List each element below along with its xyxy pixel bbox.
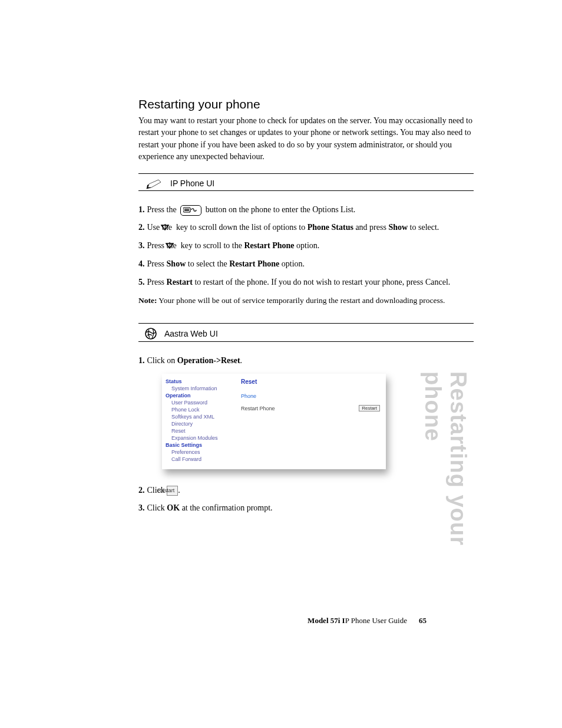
globe-icon bbox=[144, 327, 157, 340]
ip-phone-ui-label: IP Phone UI bbox=[170, 179, 214, 188]
note-text: Your phone will be out of service tempor… bbox=[157, 296, 445, 305]
footer-page-number: 65 bbox=[419, 616, 427, 625]
step-3: 3.Press the key to scroll to the Restart… bbox=[138, 240, 474, 252]
step-1: 1.Press the button on the phone to enter… bbox=[138, 204, 474, 216]
sidebar-header-operation: Operation bbox=[166, 393, 235, 398]
text: option. bbox=[279, 259, 305, 268]
text-bold: Show bbox=[167, 259, 186, 268]
screenshot-subtitle: Phone bbox=[241, 393, 380, 399]
text-bold: Show bbox=[388, 223, 408, 232]
footer-guide: P Phone User Guide bbox=[345, 616, 407, 625]
restart-phone-label: Restart Phone bbox=[241, 406, 275, 411]
web-step-1: 1.Click on Operation->Reset. bbox=[138, 355, 474, 367]
sidebar-header-basic-settings: Basic Settings bbox=[166, 442, 235, 448]
sidebar-item-phone-lock[interactable]: Phone Lock bbox=[171, 407, 235, 413]
web-ui-label: Aastra Web UI bbox=[164, 329, 218, 338]
sidebar-item-user-password[interactable]: User Password bbox=[171, 400, 235, 406]
text: . bbox=[240, 356, 243, 365]
text: Press bbox=[147, 259, 167, 268]
note: Note: Your phone will be out of service … bbox=[138, 295, 474, 307]
ip-phone-ui-header: IP Phone UI bbox=[138, 174, 474, 190]
text: to select the bbox=[186, 259, 229, 268]
text-bold: Restart Phone bbox=[244, 241, 294, 250]
text: button on the phone to enter the Options… bbox=[203, 205, 355, 214]
side-section-title: Restarting your phone bbox=[420, 371, 471, 557]
step-4: 4.Press Show to select the Restart Phone… bbox=[138, 258, 474, 270]
text: . bbox=[178, 486, 180, 495]
screenshot-title: Reset bbox=[241, 378, 380, 385]
ip-phone-steps: 1.Press the button on the phone to enter… bbox=[138, 204, 474, 288]
step-2: 2.Use the key to scroll down the list of… bbox=[138, 222, 474, 234]
text-bold: Phone Status bbox=[308, 223, 353, 232]
divider bbox=[138, 190, 474, 191]
restart-button[interactable]: Restart bbox=[359, 405, 380, 411]
text: at the confirmation prompt. bbox=[180, 503, 272, 512]
intro-paragraph: You may want to restart your phone to ch… bbox=[138, 115, 474, 163]
restart-button-inline-icon: Restart bbox=[167, 486, 178, 496]
text: and press bbox=[353, 223, 389, 232]
note-label: Note: bbox=[138, 296, 157, 305]
text-bold: Operation->Reset bbox=[177, 356, 240, 365]
text: Click bbox=[147, 503, 167, 512]
text: to select. bbox=[408, 223, 439, 232]
sidebar-item-directory[interactable]: Directory bbox=[171, 421, 235, 427]
sidebar-item-reset[interactable]: Reset bbox=[171, 428, 235, 434]
ip-phone-icon bbox=[144, 177, 163, 189]
text: Click on bbox=[147, 356, 177, 365]
screenshot-sidebar: Status System Information Operation User… bbox=[162, 374, 237, 469]
screenshot-main: Reset Phone Restart Phone Restart bbox=[237, 374, 386, 469]
page-footer: Model 57i IP Phone User Guide65 bbox=[308, 616, 427, 625]
text: option. bbox=[295, 241, 320, 250]
text: to restart of the phone. If you do not w… bbox=[193, 278, 450, 286]
options-button-icon bbox=[180, 205, 201, 216]
text-bold: Restart bbox=[167, 278, 193, 286]
sidebar-header-status: Status bbox=[166, 378, 235, 384]
web-ui-header: Aastra Web UI bbox=[138, 324, 474, 341]
footer-model: Model 57i I bbox=[308, 616, 345, 625]
sidebar-item-softkeys-xml[interactable]: Softkeys and XML bbox=[171, 414, 235, 420]
text: key to scroll to the bbox=[178, 241, 244, 250]
text-bold: OK bbox=[167, 503, 180, 512]
web-ui-steps: 1.Click on Operation->Reset. bbox=[138, 355, 474, 367]
step-5: 5.Press Restart to restart of the phone.… bbox=[138, 276, 474, 288]
screenshot-restart-row: Restart Phone Restart bbox=[241, 405, 380, 411]
text: Press bbox=[147, 278, 167, 286]
sidebar-item-preferences[interactable]: Preferences bbox=[171, 449, 235, 455]
text: Press the bbox=[147, 205, 179, 214]
sidebar-item-expansion-modules[interactable]: Expansion Modules bbox=[171, 435, 235, 441]
divider bbox=[138, 341, 474, 342]
text-bold: Restart Phone bbox=[229, 259, 279, 268]
svg-point-4 bbox=[146, 328, 156, 339]
text: key to scroll down the list of options t… bbox=[174, 223, 307, 232]
page-title: Restarting your phone bbox=[138, 97, 474, 111]
sidebar-item-system-information[interactable]: System Information bbox=[171, 386, 235, 391]
sidebar-item-call-forward[interactable]: Call Forward bbox=[171, 456, 235, 462]
